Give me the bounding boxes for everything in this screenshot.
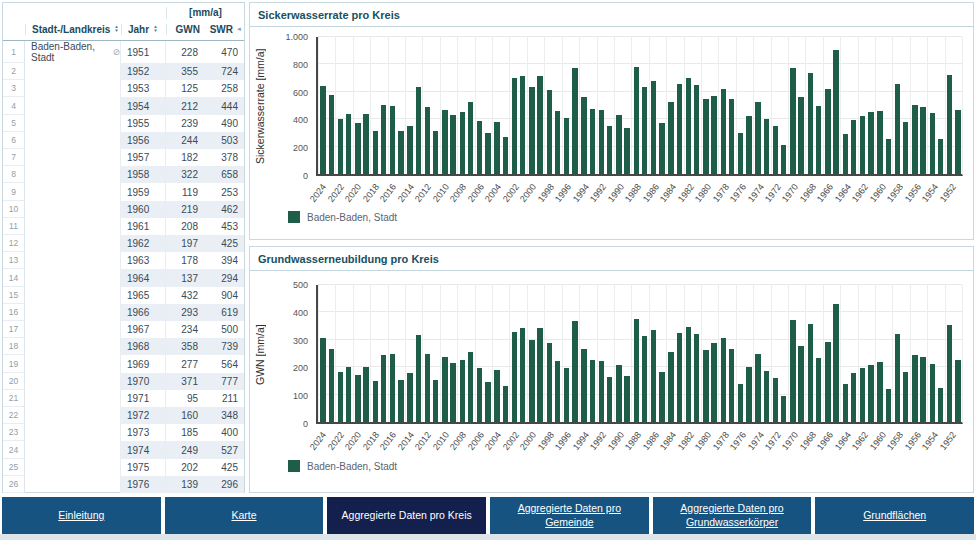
table-row[interactable]: 81958322658	[3, 166, 244, 183]
bar[interactable]	[808, 324, 813, 422]
bar[interactable]	[407, 373, 412, 422]
bar[interactable]	[651, 81, 656, 174]
bar[interactable]	[503, 386, 508, 422]
bar[interactable]	[616, 115, 621, 174]
bar[interactable]	[433, 380, 438, 422]
table-row[interactable]: 111961208453	[3, 218, 244, 235]
bar[interactable]	[947, 75, 952, 174]
bar[interactable]	[460, 360, 465, 422]
table-row[interactable]: 51955239490	[3, 115, 244, 132]
bar[interactable]	[860, 116, 865, 174]
bar[interactable]	[729, 349, 734, 422]
bar[interactable]	[477, 368, 482, 422]
bar[interactable]	[808, 73, 813, 174]
nav-button-3[interactable]: Aggregierte Daten pro Kreis	[327, 497, 486, 534]
bar[interactable]	[955, 110, 960, 174]
table-row[interactable]: 91959119253	[3, 183, 244, 200]
bar[interactable]	[381, 105, 386, 174]
bar[interactable]	[912, 105, 917, 174]
bar[interactable]	[590, 360, 595, 422]
bar[interactable]	[460, 112, 465, 174]
bar[interactable]	[373, 131, 378, 174]
bar[interactable]	[642, 336, 647, 422]
table-row[interactable]: 21197195211	[3, 390, 244, 407]
bar[interactable]	[721, 338, 726, 422]
bar[interactable]	[320, 86, 325, 174]
bar[interactable]	[329, 349, 334, 422]
bar[interactable]	[703, 99, 708, 174]
column-header-kreis[interactable]: Stadt-/Landkreis ▲▼	[25, 24, 121, 35]
bar[interactable]	[607, 377, 612, 422]
bar[interactable]	[798, 97, 803, 174]
bar[interactable]	[947, 325, 952, 422]
bar[interactable]	[851, 120, 856, 174]
bar[interactable]	[537, 328, 542, 422]
sort-icon[interactable]: ▲▼	[153, 25, 157, 33]
bar[interactable]	[833, 50, 838, 174]
bar[interactable]	[738, 384, 743, 422]
bar[interactable]	[450, 115, 455, 174]
bar[interactable]	[477, 121, 482, 174]
nav-button-4[interactable]: Aggregierte Daten pro Gemeinde	[490, 497, 649, 534]
bar[interactable]	[816, 106, 821, 175]
bar[interactable]	[381, 355, 386, 422]
bar[interactable]	[555, 111, 560, 174]
bar[interactable]	[711, 96, 716, 174]
bar[interactable]	[825, 89, 830, 174]
table-row[interactable]: 41954212444	[3, 97, 244, 114]
bar[interactable]	[494, 370, 499, 422]
bar[interactable]	[547, 343, 552, 422]
nav-button-1[interactable]: Einleitung	[2, 497, 161, 534]
table-row[interactable]: 251975202425	[3, 459, 244, 476]
table-row[interactable]: 131963178394	[3, 252, 244, 269]
bar[interactable]	[363, 114, 368, 174]
bar[interactable]	[781, 145, 786, 174]
bar[interactable]	[564, 118, 569, 174]
bar[interactable]	[920, 357, 925, 422]
bar[interactable]	[398, 380, 403, 422]
bar[interactable]	[390, 106, 395, 175]
table-row[interactable]: 181968358739	[3, 338, 244, 355]
bar[interactable]	[555, 361, 560, 422]
bar[interactable]	[877, 111, 882, 174]
bar[interactable]	[764, 371, 769, 422]
bar[interactable]	[938, 388, 943, 422]
bar[interactable]	[798, 346, 803, 422]
bar[interactable]	[634, 319, 639, 422]
bar[interactable]	[868, 365, 873, 422]
bar[interactable]	[877, 362, 882, 422]
bar[interactable]	[607, 126, 612, 174]
table-row[interactable]: 201970371777	[3, 373, 244, 390]
bar[interactable]	[346, 114, 351, 174]
bar[interactable]	[843, 384, 848, 422]
bar[interactable]	[442, 110, 447, 174]
table-row[interactable]: 141964137294	[3, 269, 244, 286]
column-header-swr[interactable]: SWR ◄	[204, 24, 244, 35]
bar[interactable]	[363, 367, 368, 422]
bar[interactable]	[895, 334, 900, 422]
bar[interactable]	[338, 372, 343, 422]
nav-button-6[interactable]: Grundflächen	[815, 497, 974, 534]
bar[interactable]	[564, 368, 569, 422]
bar[interactable]	[694, 85, 699, 174]
bar[interactable]	[677, 333, 682, 422]
bar[interactable]	[416, 335, 421, 422]
bar[interactable]	[442, 357, 447, 422]
bar[interactable]	[433, 131, 438, 174]
bar[interactable]	[346, 367, 351, 422]
bar[interactable]	[773, 126, 778, 174]
bar[interactable]	[468, 102, 473, 174]
bar[interactable]	[755, 354, 760, 422]
bar[interactable]	[746, 367, 751, 422]
row-action-icon[interactable]: ⊘	[112, 47, 120, 57]
bar[interactable]	[955, 360, 960, 422]
bar[interactable]	[425, 107, 430, 174]
bar[interactable]	[686, 327, 691, 422]
bar[interactable]	[599, 110, 604, 174]
bar[interactable]	[790, 320, 795, 422]
bar[interactable]	[338, 119, 343, 174]
bar[interactable]	[320, 338, 325, 422]
table-row[interactable]: 61956244503	[3, 132, 244, 149]
bar[interactable]	[851, 373, 856, 422]
bar[interactable]	[920, 107, 925, 174]
